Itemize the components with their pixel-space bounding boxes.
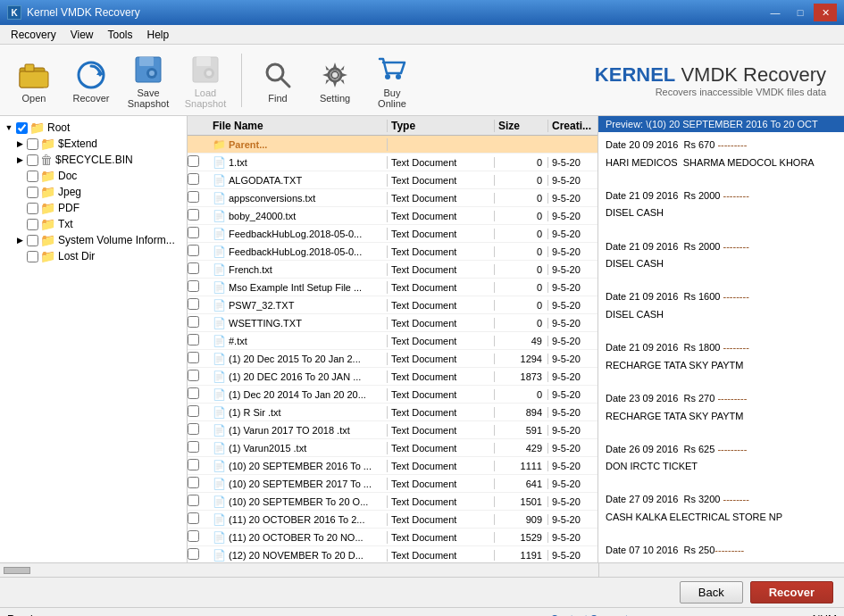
tree-check-pdf[interactable] <box>27 203 38 214</box>
file-row[interactable]: 📄1.txt Text Document 0 9-5-20 <box>188 154 597 171</box>
tree-check-jpeg[interactable] <box>27 187 38 198</box>
buy-online-button[interactable]: Buy Online <box>367 47 417 113</box>
file-checkbox[interactable] <box>188 459 199 470</box>
tree-item-lostdir[interactable]: 📁 Lost Dir <box>4 248 183 264</box>
h-scroll-left[interactable] <box>0 563 598 577</box>
file-checkbox[interactable] <box>188 316 199 328</box>
tree-check-extend[interactable] <box>27 138 38 150</box>
back-button[interactable]: Back <box>680 581 743 604</box>
find-button[interactable]: Find <box>253 53 303 108</box>
file-name: 📄(10) 20 SEPTEMBER 2016 To ... <box>209 460 388 472</box>
tree-item-doc[interactable]: 📁 Doc <box>4 168 183 184</box>
menu-recovery[interactable]: Recovery <box>4 27 63 43</box>
file-row-parent[interactable]: 📁Parent... <box>188 136 597 154</box>
tree-check-lostdir[interactable] <box>27 251 38 262</box>
tree-toggle-txt[interactable] <box>14 219 25 229</box>
file-checkbox[interactable] <box>188 495 199 506</box>
setting-button[interactable]: Setting <box>310 53 360 108</box>
file-checkbox[interactable] <box>188 280 199 292</box>
recover-toolbar-button[interactable]: Recover <box>66 53 116 108</box>
file-row[interactable]: 📄(1) 20 Dec 2015 To 20 Jan 2... Text Doc… <box>188 350 597 368</box>
tree-check-txt[interactable] <box>27 219 38 230</box>
recover-button[interactable]: Recover <box>750 581 833 604</box>
tree-toggle-extend[interactable]: ▶ <box>14 138 25 149</box>
tree-toggle-root[interactable]: ▼ <box>4 122 14 133</box>
file-checkbox[interactable] <box>188 405 199 417</box>
file-checkbox[interactable] <box>188 512 199 524</box>
tree-check-doc[interactable] <box>27 171 38 182</box>
file-row[interactable]: 📄(10) 20 SEPTEMBER 2017 To ... Text Docu… <box>188 475 597 493</box>
file-row[interactable]: 📄(1) Dec 20 2014 To Jan 20 20... Text Do… <box>188 386 597 404</box>
tree-toggle-doc[interactable] <box>14 171 25 181</box>
file-row[interactable]: 📄FeedbackHubLog.2018-05-0... Text Docume… <box>188 243 597 261</box>
tree-item-txt[interactable]: 📁 Txt <box>4 216 183 232</box>
file-checkbox[interactable] <box>188 370 199 381</box>
tree-check-root[interactable] <box>16 122 28 134</box>
file-checkbox[interactable] <box>188 530 199 542</box>
maximize-button[interactable]: □ <box>789 4 812 21</box>
file-checkbox[interactable] <box>188 352 199 363</box>
save-snapshot-button[interactable]: Save Snapshot <box>123 47 173 113</box>
file-row[interactable]: 📄(12) 20 NOVEMBER To 20 D... Text Docume… <box>188 546 597 562</box>
file-row[interactable]: 📄(1) R Sir .txt Text Document 894 9-5-20 <box>188 404 597 421</box>
file-row[interactable]: 📄ALGODATA.TXT Text Document 0 9-5-20 <box>188 171 597 189</box>
file-row[interactable]: 📄Mso Example Intl Setup File ... Text Do… <box>188 279 597 296</box>
tree-root[interactable]: ▼ 📁 Root <box>4 120 183 136</box>
file-row[interactable]: 📄(10) 20 SEPTEMBER 2016 To ... Text Docu… <box>188 457 597 475</box>
open-button[interactable]: Open <box>9 53 59 108</box>
close-button[interactable]: ✕ <box>814 4 837 21</box>
file-checkbox[interactable] <box>188 548 199 560</box>
tree-toggle-jpeg[interactable] <box>14 187 25 197</box>
tree-check-recycle[interactable] <box>27 154 38 166</box>
file-row[interactable]: 📄PSW7_32.TXT Text Document 0 9-5-20 <box>188 296 597 314</box>
tree-item-sysvolinfo[interactable]: ▶ 📁 System Volume Inform... <box>4 232 183 248</box>
file-checkbox[interactable] <box>188 191 199 203</box>
file-type: Text Document <box>388 300 495 311</box>
tree-toggle-recycle[interactable]: ▶ <box>14 154 25 165</box>
file-row[interactable]: 📄(1) 20 DEC 2016 To 20 JAN ... Text Docu… <box>188 368 597 386</box>
file-checkbox[interactable] <box>188 423 199 435</box>
file-row[interactable]: 📄(11) 20 OCTOBER 2016 To 2... Text Docum… <box>188 511 597 529</box>
tree-item-extend[interactable]: ▶ 📁 $Extend <box>4 136 183 152</box>
tree-toggle-lostdir[interactable] <box>14 251 25 262</box>
file-checkbox[interactable] <box>188 262 199 274</box>
file-row[interactable]: 📄(1) Varun 2017 TO 2018 .txt Text Docume… <box>188 421 597 439</box>
menu-view[interactable]: View <box>63 27 101 43</box>
minimize-button[interactable]: — <box>764 4 787 21</box>
tree-check-sysvolinfo[interactable] <box>27 235 38 246</box>
file-checkbox[interactable] <box>188 387 199 399</box>
load-snapshot-button[interactable]: Load Snapshot <box>180 47 230 113</box>
file-checkbox[interactable] <box>188 173 199 185</box>
file-date: 9-5-20 <box>548 550 597 561</box>
file-checkbox[interactable] <box>188 227 199 238</box>
brand-title: KERNEL VMDK Recovery <box>595 63 826 87</box>
scroll-thumb[interactable] <box>4 567 30 574</box>
tree-item-jpeg[interactable]: 📁 Jpeg <box>4 184 183 200</box>
file-checkbox[interactable] <box>188 155 199 167</box>
file-checkbox[interactable] <box>188 441 199 453</box>
preview-line: ATM CASH ADVANCE FEE <box>606 561 837 562</box>
file-row[interactable]: 📄#.txt Text Document 49 9-5-20 <box>188 332 597 350</box>
menu-tools[interactable]: Tools <box>100 27 139 43</box>
file-row[interactable]: 📄boby_24000.txt Text Document 0 9-5-20 <box>188 207 597 225</box>
file-checkbox[interactable] <box>188 298 199 310</box>
file-row[interactable]: 📄(1) Varun2015 .txt Text Document 429 9-… <box>188 439 597 457</box>
file-row[interactable]: 📄(10) 20 SEPTEMBER To 20 O... Text Docum… <box>188 493 597 511</box>
file-row[interactable]: 📄(11) 20 OCTOBER To 20 NO... Text Docume… <box>188 529 597 546</box>
tree-toggle-sysvolinfo[interactable]: ▶ <box>14 235 25 246</box>
tree-toggle-pdf[interactable] <box>14 203 25 213</box>
menu-help[interactable]: Help <box>140 27 177 43</box>
file-row[interactable]: 📄appsconversions.txt Text Document 0 9-5… <box>188 189 597 207</box>
tree-item-recycle[interactable]: ▶ 🗑 $RECYCLE.BIN <box>4 152 183 168</box>
file-row[interactable]: 📄French.txt Text Document 0 9-5-20 <box>188 261 597 279</box>
file-row[interactable]: 📄FeedbackHubLog.2018-05-0... Text Docume… <box>188 225 597 243</box>
file-row[interactable]: 📄WSETTING.TXT Text Document 0 9-5-20 <box>188 314 597 332</box>
file-checkbox[interactable] <box>188 209 199 221</box>
find-icon <box>260 57 296 93</box>
status-contact[interactable]: Contact Support <box>396 613 784 617</box>
file-checkbox[interactable] <box>188 477 199 488</box>
file-checkbox[interactable] <box>188 245 199 256</box>
file-checkbox[interactable] <box>188 334 199 345</box>
tree-item-pdf[interactable]: 📁 PDF <box>4 200 183 216</box>
toolbar: Open Recover Save Snapshot Load Snapshot… <box>0 45 844 116</box>
